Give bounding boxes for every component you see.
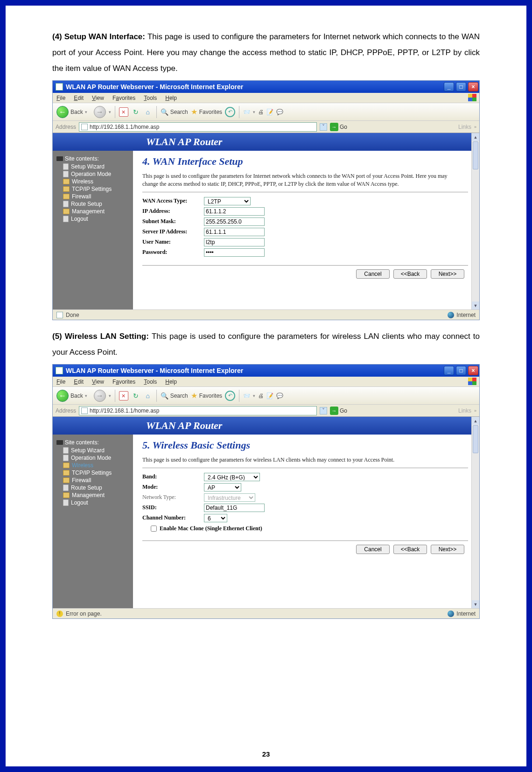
scroll-thumb[interactable] (473, 141, 478, 169)
ie-titlebar[interactable]: WLAN AP Router Webserver - Microsoft Int… (53, 81, 479, 93)
scrollbar[interactable]: ▲ ▼ (471, 417, 479, 608)
server-ip-input[interactable] (204, 228, 265, 236)
back-button[interactable]: ← Back ▾ (56, 389, 91, 403)
address-input[interactable]: http://192.168.1.1/home.asp (79, 406, 317, 415)
search-button[interactable]: Search (161, 392, 188, 400)
close-icon[interactable]: × (468, 82, 478, 91)
favorites-button[interactable]: Favorites (191, 391, 222, 400)
subnet-input[interactable] (204, 218, 265, 226)
edit-icon[interactable]: 📝 (266, 393, 273, 399)
macclone-checkbox[interactable] (151, 526, 157, 532)
sidebar-item-firewall[interactable]: Firewall (63, 477, 129, 484)
sidebar-item-route-setup[interactable]: Route Setup (63, 201, 129, 207)
back-button[interactable]: <<Back (393, 269, 427, 279)
scroll-thumb[interactable] (473, 425, 478, 453)
menu-file[interactable]: File (56, 95, 65, 101)
cancel-button[interactable]: Cancel (356, 545, 390, 554)
menu-file[interactable]: File (56, 379, 65, 385)
scroll-down-icon[interactable]: ▼ (472, 302, 479, 309)
sidebar-item-setup-wizard[interactable]: Setup Wizard (63, 447, 129, 454)
mail-icon[interactable] (243, 109, 250, 115)
stop-icon[interactable]: × (119, 391, 128, 400)
discuss-icon[interactable]: 💬 (276, 393, 283, 399)
maximize-icon[interactable]: □ (456, 82, 466, 91)
history-icon[interactable]: ↶ (225, 107, 235, 117)
scroll-up-icon[interactable]: ▲ (472, 133, 479, 141)
sidebar-item-setup-wizard[interactable]: Setup Wizard (63, 163, 129, 170)
address-input[interactable]: http://192.168.1.1/home.asp (79, 122, 317, 132)
ie-addressbar: Address http://192.168.1.1/home.asp ˅ → … (53, 405, 479, 417)
sidebar-item-operation-mode[interactable]: Operation Mode (63, 171, 129, 177)
minimize-icon[interactable]: _ (444, 82, 454, 91)
forward-button[interactable]: → (94, 106, 106, 118)
menu-help[interactable]: Help (165, 95, 177, 101)
mode-select[interactable]: AP (204, 483, 241, 491)
cancel-button[interactable]: Cancel (356, 269, 390, 279)
sidebar-item-route-setup[interactable]: Route Setup (63, 484, 129, 491)
discuss-icon[interactable]: 💬 (276, 109, 283, 115)
home-icon[interactable]: ⌂ (143, 391, 153, 400)
print-icon[interactable] (258, 393, 264, 399)
pass-input[interactable] (204, 248, 265, 257)
mode-label: Mode: (142, 484, 204, 491)
forward-button[interactable]: → (94, 390, 106, 402)
maximize-icon[interactable]: □ (456, 366, 466, 375)
minimize-icon[interactable]: _ (444, 366, 454, 375)
refresh-icon[interactable]: ↻ (131, 391, 140, 400)
menu-edit[interactable]: Edit (74, 379, 84, 385)
wan-type-select[interactable]: L2TP (204, 197, 251, 205)
scroll-up-icon[interactable]: ▲ (472, 417, 479, 425)
sidebar-item-management[interactable]: Management (63, 492, 129, 498)
favorites-button[interactable]: Favorites (191, 107, 222, 116)
mail-icon[interactable] (243, 393, 250, 399)
user-input[interactable] (204, 238, 265, 246)
channel-select[interactable]: 6 (204, 514, 227, 522)
menu-help[interactable]: Help (165, 379, 177, 385)
history-icon[interactable]: ↶ (225, 391, 235, 401)
menu-view[interactable]: View (92, 95, 104, 101)
ie-titlebar[interactable]: WLAN AP Router Webserver - Microsoft Int… (53, 365, 479, 377)
close-icon[interactable]: × (468, 366, 478, 375)
ie-addressbar: Address http://192.168.1.1/home.asp ˅ → … (53, 121, 479, 133)
sidebar-item-wireless[interactable]: Wireless (63, 178, 129, 185)
sidebar-item-wireless[interactable]: Wireless (63, 462, 129, 469)
links-label[interactable]: Links (458, 407, 471, 414)
back-button[interactable]: ← Back ▾ (56, 105, 91, 119)
menu-tools[interactable]: Tools (144, 95, 157, 101)
sidebar-item-tcpip[interactable]: TCP/IP Settings (63, 186, 129, 192)
band-label: Band: (142, 473, 204, 480)
next-button[interactable]: Next>> (431, 269, 464, 279)
go-button[interactable]: → Go (330, 123, 347, 131)
menu-favorites[interactable]: Favorites (112, 95, 135, 101)
server-ip-label: Server IP Address: (142, 228, 204, 235)
back-button[interactable]: <<Back (393, 545, 427, 554)
menu-tools[interactable]: Tools (144, 379, 157, 385)
sidebar-item-management[interactable]: Management (63, 208, 129, 215)
address-dropdown-icon[interactable]: ˅ (320, 407, 327, 414)
status-page-icon (56, 312, 63, 318)
stop-icon[interactable]: × (119, 107, 128, 117)
links-label[interactable]: Links (458, 124, 471, 130)
refresh-icon[interactable]: ↻ (131, 107, 140, 117)
home-icon[interactable]: ⌂ (143, 107, 153, 117)
search-button[interactable]: Search (161, 108, 188, 116)
ip-input[interactable] (204, 207, 265, 216)
sidebar-item-firewall[interactable]: Firewall (63, 193, 129, 200)
sidebar-item-logout[interactable]: Logout (63, 216, 129, 222)
next-button[interactable]: Next>> (431, 545, 464, 554)
sidebar-item-tcpip[interactable]: TCP/IP Settings (63, 470, 129, 476)
sidebar-item-operation-mode[interactable]: Operation Mode (63, 455, 129, 461)
menu-view[interactable]: View (92, 379, 104, 385)
menu-edit[interactable]: Edit (74, 95, 84, 101)
band-select[interactable]: 2.4 GHz (B+G) (204, 473, 260, 481)
go-button[interactable]: → Go (330, 407, 347, 415)
scroll-down-icon[interactable]: ▼ (472, 600, 479, 608)
section4-desc: (4) Setup WAN Interface: This page is us… (52, 29, 480, 77)
print-icon[interactable] (258, 109, 264, 115)
ssid-input[interactable] (204, 504, 265, 512)
address-dropdown-icon[interactable]: ˅ (320, 123, 327, 131)
menu-favorites[interactable]: Favorites (112, 379, 135, 385)
scrollbar[interactable]: ▲ ▼ (471, 133, 479, 309)
edit-icon[interactable]: 📝 (266, 109, 273, 115)
sidebar-item-logout[interactable]: Logout (63, 499, 129, 506)
